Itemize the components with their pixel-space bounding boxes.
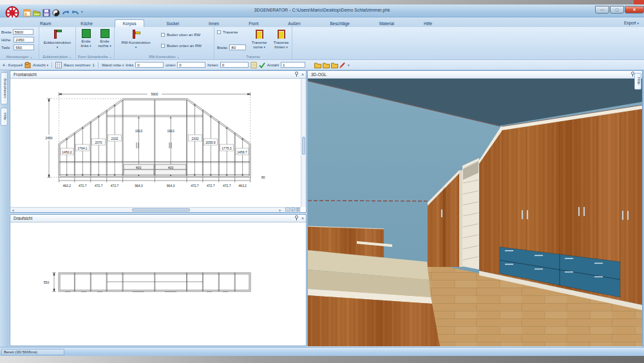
svg-text:2055.9: 2055.9 <box>205 141 216 144</box>
breite-field[interactable]: 5900 <box>13 29 33 35</box>
wand-mitte-dropdown[interactable]: Wand mitte ▾ <box>102 63 124 67</box>
svg-text:1913: 1913 <box>135 129 142 133</box>
cmdbar-overflow-icon[interactable]: ▾ <box>348 63 350 67</box>
window-buttons: — ▢ ✕ <box>595 6 644 14</box>
front-vertical-scrollbar[interactable] <box>301 79 306 207</box>
hoehe-field[interactable]: 2450 <box>14 37 34 43</box>
rw-konstruktion-button[interactable]: RW-Konstruktion▾ <box>116 29 156 50</box>
cmd-number: 1 <box>93 63 95 67</box>
undo-icon[interactable] <box>71 8 79 15</box>
hoehe-label: Höhe <box>1 38 10 42</box>
eckkonstruktion-button[interactable]: Eckkonstruktion▾ <box>40 29 75 50</box>
ogl-titlebar[interactable]: 3D-OGL × <box>308 71 642 79</box>
folder-1-icon[interactable] <box>314 62 321 68</box>
window-title: 3DGENERATOR - C:\Users\Mario\Desktop\Dem… <box>0 8 644 12</box>
tab-raum[interactable]: Raum <box>32 20 59 27</box>
links-label: links <box>126 63 133 67</box>
unten-label: unten <box>166 63 175 67</box>
svg-text:964.3: 964.3 <box>167 184 175 188</box>
tab-hilfe[interactable]: Hilfe <box>416 20 440 27</box>
notes-icon[interactable] <box>251 62 257 68</box>
tab-aussen[interactable]: Außen <box>280 20 308 27</box>
save-icon[interactable] <box>43 8 50 15</box>
traverse-breite-label: Breite: <box>217 46 228 50</box>
export-button[interactable]: Export ▾ <box>624 21 639 25</box>
svg-text:1764.1: 1764.1 <box>77 146 88 150</box>
ansicht-dropdown[interactable]: Ansicht ▾ <box>33 63 48 67</box>
korpus-selector[interactable]: 4 - Korpus4 <box>3 63 23 67</box>
tab-beschlaege[interactable]: Beschläge <box>323 20 357 27</box>
command-bar: 4 - Korpus4 Ansicht ▾ Raum zeichnen 1 Wa… <box>0 60 644 70</box>
svg-text:2070: 2070 <box>95 141 102 144</box>
folder-2-icon[interactable] <box>323 62 329 68</box>
close-button[interactable]: ✕ <box>625 6 644 14</box>
svg-text:463.2: 463.2 <box>62 184 71 188</box>
front-horizontal-scrollbar[interactable]: ◄ ► –+0 <box>10 207 301 212</box>
tab-front[interactable]: Front <box>241 20 266 27</box>
minimize-button[interactable]: — <box>595 6 609 14</box>
draufsicht-titlebar[interactable]: Draufsicht × <box>10 215 306 222</box>
quick-access-toolbar: ▾ <box>23 7 83 16</box>
unten-field[interactable]: 0 <box>177 62 205 68</box>
ende-rechts-icon <box>100 29 109 38</box>
pin-icon[interactable] <box>294 72 299 78</box>
folder-3-icon[interactable] <box>331 62 337 68</box>
tiefe-field[interactable]: 550 <box>14 44 34 50</box>
ende-rechts-button[interactable]: Ende rechts ▾ <box>96 29 113 48</box>
ansicht-icon <box>24 62 31 68</box>
ende-links-button[interactable]: Ende links ▾ <box>77 29 95 48</box>
tab-material[interactable]: Material <box>372 20 402 27</box>
close-panel-icon[interactable]: × <box>301 72 304 78</box>
group-form-schrankreihe: Ende links ▾ Ende rechts ▾ Form Schrankr… <box>76 27 115 59</box>
zoom-out-button[interactable]: – <box>285 208 290 211</box>
svg-text:472.7: 472.7 <box>95 184 103 188</box>
redo-icon[interactable] <box>62 8 70 15</box>
raum-zeichnen-button[interactable]: Raum zeichnen <box>64 63 91 67</box>
svg-text:472.7: 472.7 <box>79 184 87 188</box>
front-view-drawing: 1450.2 1764.1 2070 2332 1913 1913 2332 2… <box>10 79 301 207</box>
desktop-strip-bottom <box>0 356 644 363</box>
svg-text:550: 550 <box>44 280 50 284</box>
hinten-field[interactable]: 0 <box>220 62 249 68</box>
sidebar-tab-bibliotheken[interactable]: Bibliotheken <box>1 72 8 104</box>
close-panel-icon[interactable]: × <box>301 215 304 222</box>
group-rw-konstruktion: RW-Konstruktion▾ Boden oben an RW Boden … <box>115 27 214 59</box>
links-field[interactable]: 0 <box>135 62 164 68</box>
yin-yang-icon[interactable] <box>52 8 60 15</box>
ribbon-tab-bar: Raum Küche Korpus Sockel Innen Front Auß… <box>0 17 644 27</box>
zoom-reset-button[interactable]: 0 <box>296 208 300 211</box>
breite-label: Breite <box>1 30 12 34</box>
tab-korpus[interactable]: Korpus <box>115 19 145 27</box>
maximize-button[interactable]: ▢ <box>610 6 624 14</box>
frontansicht-panel: Frontansicht × <box>10 70 307 213</box>
traverse-breite-field[interactable]: 80 <box>229 44 246 50</box>
tab-sockel[interactable]: Sockel <box>158 20 187 27</box>
traverse-checkbox[interactable]: Traverse <box>217 30 238 34</box>
traverse-hinten-button[interactable]: Traverse hinten ▾ <box>271 29 291 50</box>
3d-scene[interactable] <box>308 79 642 346</box>
top-view-drawing: 550 <box>10 222 306 346</box>
boden-oben-checkbox[interactable]: Boden oben an RW <box>161 33 200 37</box>
svg-text:80: 80 <box>261 175 265 179</box>
svg-text:400: 400 <box>136 166 142 170</box>
frontansicht-titlebar[interactable]: Frontansicht × <box>10 71 306 79</box>
anzahl-field[interactable]: 1 <box>281 62 305 68</box>
pencil-icon[interactable] <box>339 62 346 68</box>
background-window-fragment <box>634 0 644 5</box>
tab-innen[interactable]: Innen <box>201 20 227 27</box>
pin-icon[interactable] <box>294 215 299 222</box>
new-project-icon[interactable] <box>23 8 31 15</box>
group-abmessungen: Breite5900 Höhe2450 Tiefe550 Abmessungen… <box>0 27 39 59</box>
traverse-vorne-button[interactable]: Traverse vorne ▾ <box>249 29 269 50</box>
open-folder-icon[interactable] <box>33 8 41 15</box>
qat-dropdown-icon[interactable]: ▾ <box>81 10 83 14</box>
svg-text:2332: 2332 <box>191 137 198 141</box>
left-dock-strip: Bibliotheken Hilfe <box>0 70 9 347</box>
apply-icon[interactable] <box>259 62 265 68</box>
zoom-in-button[interactable]: + <box>290 208 295 211</box>
svg-text:1456.7: 1456.7 <box>237 150 247 154</box>
sidebar-tab-hilfe[interactable]: Hilfe <box>1 108 8 126</box>
tab-kueche[interactable]: Küche <box>73 20 100 27</box>
boden-unten-checkbox[interactable]: Boden unten an RW <box>161 44 202 48</box>
ogl-side-tab[interactable]: Hilfe <box>634 73 641 90</box>
